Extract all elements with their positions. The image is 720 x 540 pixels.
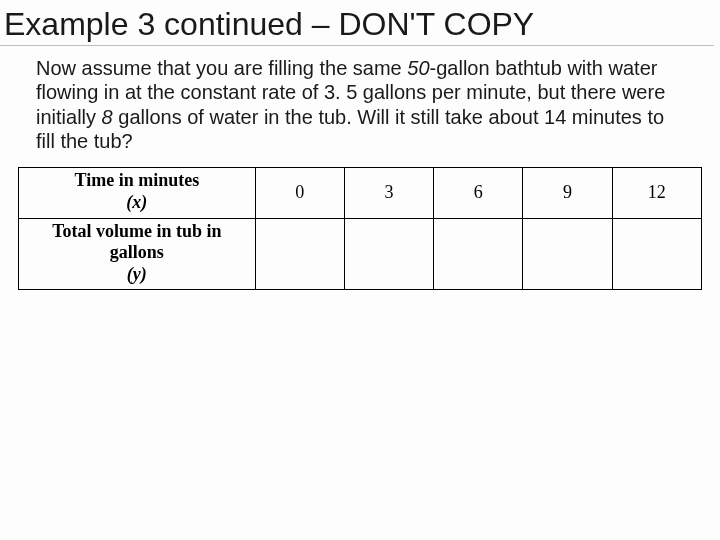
- body-seg-3: gallons of water in the tub. Will it sti…: [36, 106, 664, 152]
- title-main: Example 3 continued: [4, 6, 312, 42]
- row1-col0: 0: [255, 168, 344, 218]
- row1-var: (x): [25, 192, 249, 214]
- slide: Example 3 continued – DON'T COPY Now ass…: [0, 0, 720, 540]
- row2-col2: [434, 218, 523, 290]
- body-italic-50: 50: [407, 57, 429, 79]
- row1-col1: 3: [344, 168, 433, 218]
- row2-col4: [612, 218, 701, 290]
- title-tail: – DON'T COPY: [312, 6, 534, 42]
- data-table: Time in minutes (x) 0 3 6 9 12 Total vol…: [18, 167, 702, 290]
- row1-col3: 9: [523, 168, 612, 218]
- row2-label: Total volume in tub in gallons: [52, 221, 221, 263]
- body-seg-1: Now assume that you are filling the same: [36, 57, 407, 79]
- body-text: Now assume that you are filling the same…: [0, 46, 720, 154]
- row2-col0: [255, 218, 344, 290]
- row2-header: Total volume in tub in gallons (y): [19, 218, 256, 290]
- row2-var: (y): [25, 264, 249, 286]
- row2-col3: [523, 218, 612, 290]
- row1-col2: 6: [434, 168, 523, 218]
- table-row: Time in minutes (x) 0 3 6 9 12: [19, 168, 702, 218]
- table-row: Total volume in tub in gallons (y): [19, 218, 702, 290]
- row2-col1: [344, 218, 433, 290]
- row1-col4: 12: [612, 168, 701, 218]
- slide-title: Example 3 continued – DON'T COPY: [0, 0, 714, 46]
- body-italic-8: 8: [102, 106, 113, 128]
- table-wrap: Time in minutes (x) 0 3 6 9 12 Total vol…: [18, 167, 702, 290]
- row1-label: Time in minutes: [75, 170, 200, 190]
- row1-header: Time in minutes (x): [19, 168, 256, 218]
